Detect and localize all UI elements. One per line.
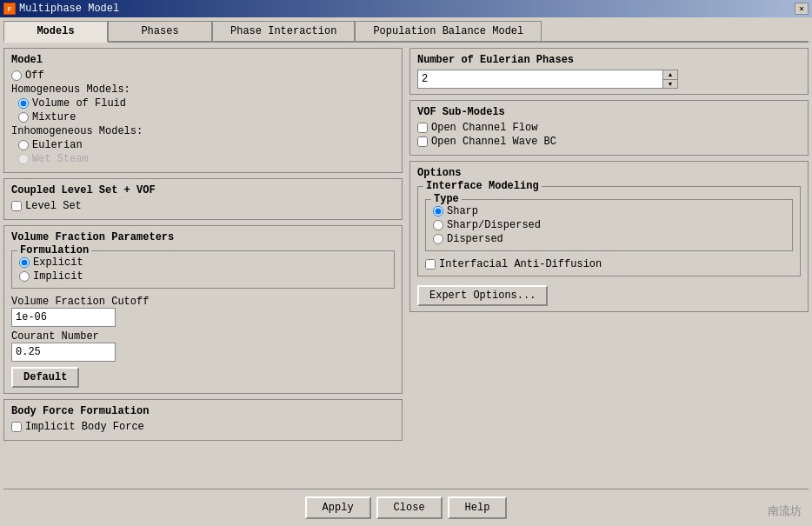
tab-models[interactable]: Models [3,21,108,43]
model-mixture-radio[interactable] [18,112,29,123]
eulerian-phases-section: Number of Eulerian Phases 2 ▲ ▼ [409,48,809,95]
cutoff-label: Volume Fraction Cutoff [11,296,395,308]
coupled-level-set-section: Coupled Level Set + VOF Level Set [3,178,403,220]
eulerian-phases-input[interactable]: 2 [418,70,662,88]
explicit-row: Explicit [19,256,387,269]
spinbox-buttons: ▲ ▼ [662,70,677,88]
help-button[interactable]: Help [448,496,508,519]
close-button[interactable]: Close [376,496,443,519]
title-bar: F Multiphase Model ✕ [0,0,812,17]
cutoff-input[interactable]: 1e-06 [11,308,116,327]
default-button[interactable]: Default [11,367,79,388]
open-channel-flow-checkbox[interactable] [417,123,428,133]
interface-modeling-title: Interface Modeling [423,180,542,192]
formulation-group-title: Formulation [17,244,91,256]
type-group-title: Type [431,193,462,205]
model-vof-radio[interactable] [18,98,29,109]
options-title: Options [417,167,801,179]
sharp-dispersed-label: Sharp/Dispersed [447,219,541,231]
sharp-dispersed-radio[interactable] [433,220,443,230]
implicit-body-force-row: Implicit Body Force [11,421,395,433]
model-eulerian-label: Eulerian [32,139,83,151]
model-vof-row: Volume of Fluid [18,97,395,110]
level-set-checkbox[interactable] [11,201,22,211]
model-eulerian-radio[interactable] [18,140,29,150]
implicit-body-force-checkbox[interactable] [11,422,22,432]
open-channel-flow-label: Open Channel Flow [431,122,537,134]
tab-bar: Models Phases Phase Interaction Populati… [3,21,809,43]
model-wetsteam-row: Wet Steam [18,153,395,165]
sharp-radio[interactable] [433,206,443,216]
sharp-row: Sharp [433,205,785,217]
model-eulerian-row: Eulerian [18,139,395,151]
model-section: Model Off Homogeneous Models: Volume of … [3,48,403,173]
tab-population-balance[interactable]: Population Balance Model [355,21,542,41]
window-icon: F [3,3,16,15]
open-channel-wave-label: Open Channel Wave BC [431,136,556,148]
tab-phases[interactable]: Phases [108,21,212,41]
formulation-group: Formulation Explicit Implicit [11,250,395,289]
volume-fraction-title: Volume Fraction Parameters [11,231,395,243]
model-mixture-label: Mixture [32,111,76,123]
homogeneous-label: Homogeneous Models: [11,83,395,96]
open-channel-wave-row: Open Channel Wave BC [417,136,801,148]
explicit-label: Explicit [33,256,83,269]
bottom-bar: Apply Close Help [3,489,809,523]
anti-diffusion-checkbox[interactable] [425,259,436,270]
anti-diffusion-row: Interfacial Anti-Diffusion [425,258,793,270]
inhomogeneous-label: Inhomogeneous Models: [11,125,395,137]
model-off-radio[interactable] [11,70,22,81]
model-mixture-row: Mixture [18,111,395,123]
cutoff-container: Volume Fraction Cutoff 1e-06 [11,296,395,327]
sharp-dispersed-row: Sharp/Dispersed [433,219,785,231]
model-off-label: Off [25,70,44,82]
eulerian-phases-title: Number of Eulerian Phases [417,54,801,66]
apply-button[interactable]: Apply [305,496,371,519]
type-group: Type Sharp Sharp/Dispersed Dispersed [425,199,793,251]
level-set-label: Level Set [25,200,82,212]
interface-modeling-group: Interface Modeling Type Sharp Sharp/Disp… [417,186,801,276]
body-force-title: Body Force Formulation [11,405,395,417]
sharp-label: Sharp [447,205,478,217]
window-title: Multiphase Model [19,3,119,15]
spinbox-up-button[interactable]: ▲ [663,70,677,80]
implicit-body-force-label: Implicit Body Force [25,421,144,433]
options-section: Options Interface Modeling Type Sharp Sh… [409,161,809,312]
tab-phase-interaction[interactable]: Phase Interaction [212,21,355,41]
eulerian-phases-spinbox[interactable]: 2 ▲ ▼ [417,70,678,89]
close-button[interactable]: ✕ [795,3,809,15]
explicit-radio[interactable] [19,257,30,268]
open-channel-flow-row: Open Channel Flow [417,122,801,134]
level-set-row: Level Set [11,200,395,212]
courant-input[interactable]: 0.25 [11,343,116,362]
open-channel-wave-checkbox[interactable] [417,136,428,147]
watermark: 南流坊 [768,503,802,519]
dispersed-radio[interactable] [433,234,443,244]
vof-submodels-title: VOF Sub-Models [417,106,801,118]
model-vof-label: Volume of Fluid [32,97,126,110]
spinbox-down-button[interactable]: ▼ [663,80,677,89]
model-title: Model [11,54,395,66]
dispersed-row: Dispersed [433,233,785,245]
coupled-level-set-title: Coupled Level Set + VOF [11,184,395,196]
implicit-radio[interactable] [19,271,30,282]
courant-label: Courant Number [11,330,395,343]
model-wetsteam-radio [18,154,29,164]
implicit-row: Implicit [19,270,387,283]
implicit-label: Implicit [33,270,83,283]
volume-fraction-section: Volume Fraction Parameters Formulation E… [3,225,403,394]
model-off-row: Off [11,70,395,82]
anti-diffusion-label: Interfacial Anti-Diffusion [439,258,602,270]
body-force-section: Body Force Formulation Implicit Body For… [3,399,403,441]
model-wetsteam-label: Wet Steam [32,153,89,165]
dispersed-label: Dispersed [447,233,503,245]
courant-container: Courant Number 0.25 [11,330,395,362]
vof-submodels-section: VOF Sub-Models Open Channel Flow Open Ch… [409,100,809,156]
expert-options-button[interactable]: Expert Options... [417,285,548,306]
